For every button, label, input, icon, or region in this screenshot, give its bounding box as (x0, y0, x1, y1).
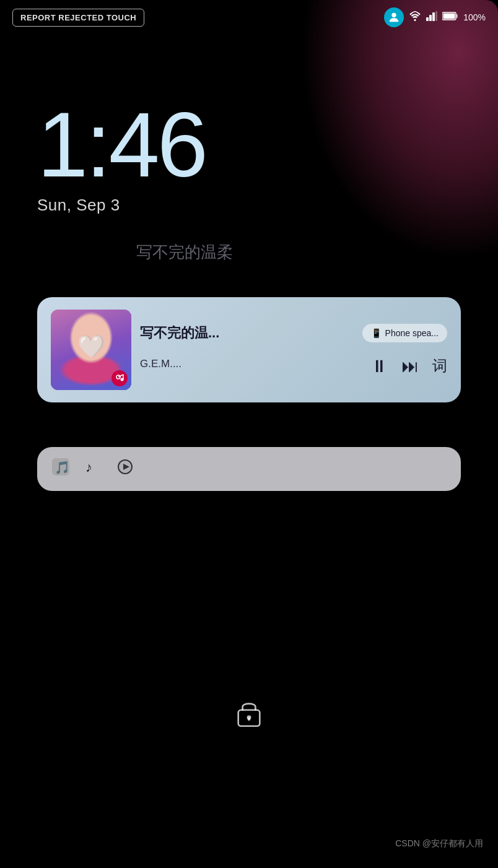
svg-rect-2 (426, 17, 429, 21)
music-info-controls: 写不完的温... 📱 Phone spea... G.E.M.... ⏸ ⏭ 词 (140, 324, 447, 376)
shortcut-icon-3[interactable] (116, 458, 134, 480)
avatar-icon[interactable] (384, 7, 404, 27)
svg-text:🎵: 🎵 (55, 460, 69, 475)
clock-date: Sun, Sep 3 (37, 196, 206, 215)
lyrics-button[interactable]: 词 (432, 356, 447, 376)
music-app-badge (111, 370, 128, 386)
title-speaker-row: 写不完的温... 📱 Phone spea... (140, 324, 447, 342)
svg-rect-3 (429, 15, 432, 21)
battery-icon (442, 11, 458, 24)
clock-time: 1:46 (37, 99, 206, 191)
svg-rect-4 (432, 12, 435, 21)
watermark: CSDN @安仔都有人用 (395, 838, 483, 849)
wifi-icon (409, 11, 421, 24)
phone-speaker-button[interactable]: 📱 Phone spea... (362, 324, 447, 342)
battery-level: 100% (463, 12, 486, 22)
next-button[interactable]: ⏭ (401, 356, 419, 376)
lock-container (233, 697, 265, 732)
artist-controls-row: G.E.M.... ⏸ ⏭ 词 (140, 352, 447, 376)
music-card-top: 写不完的温... 📱 Phone spea... G.E.M.... ⏸ ⏭ 词 (51, 310, 447, 390)
status-right-area: 100% (384, 7, 486, 27)
svg-point-0 (392, 13, 396, 17)
lyrics-background-text: 写不完的温柔 (136, 241, 233, 263)
music-title: 写不完的温... (140, 324, 219, 342)
lock-icon (233, 697, 265, 729)
signal-icon (426, 11, 437, 24)
svg-rect-5 (435, 11, 437, 21)
phone-speaker-phone-icon: 📱 (371, 328, 382, 338)
svg-rect-7 (443, 14, 455, 19)
shortcut-icon-2[interactable]: ♪ (84, 458, 102, 480)
music-artist: G.E.M.... (140, 358, 181, 370)
pause-button[interactable]: ⏸ (370, 356, 388, 376)
album-art (51, 310, 131, 390)
music-controls: ⏸ ⏭ 词 (370, 356, 447, 376)
phone-speaker-label: Phone spea... (385, 328, 439, 338)
svg-point-12 (121, 378, 124, 381)
music-player-card: 写不完的温... 📱 Phone spea... G.E.M.... ⏸ ⏭ 词 (37, 297, 461, 402)
svg-text:♪: ♪ (85, 459, 92, 475)
report-rejected-button[interactable]: REPORT REJECTED TOUCH (12, 9, 144, 27)
svg-rect-8 (456, 14, 458, 18)
app-shortcuts-card: 🎵 ♪ (37, 447, 461, 491)
clock-area: 1:46 Sun, Sep 3 (37, 99, 206, 215)
status-bar: REPORT REJECTED TOUCH (0, 0, 498, 35)
shortcut-icon-1[interactable]: 🎵 (52, 458, 69, 480)
svg-point-1 (414, 19, 416, 21)
background-gradient (300, 0, 498, 260)
svg-rect-20 (248, 718, 250, 721)
